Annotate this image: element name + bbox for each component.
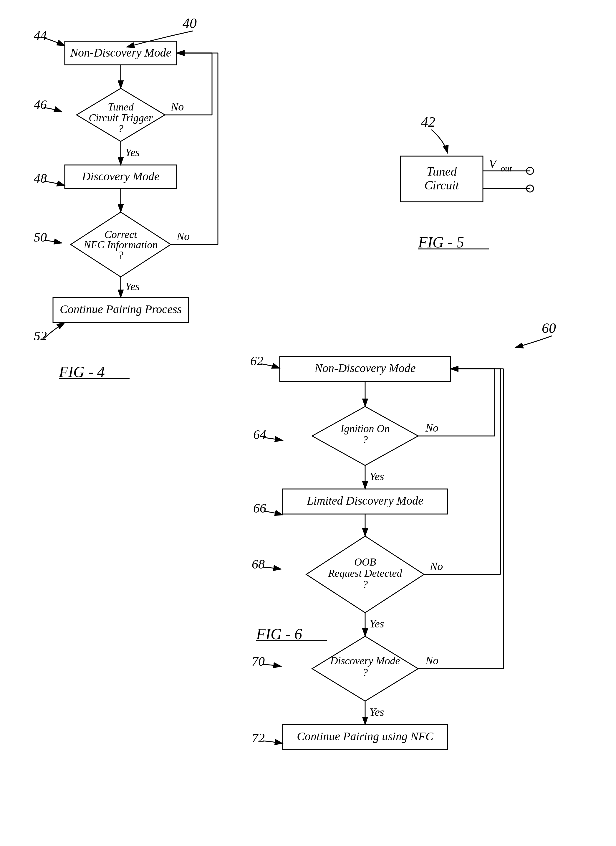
fig6-yes3-label: Yes bbox=[370, 706, 384, 718]
fig4-non-discovery-text: Non-Discovery Mode bbox=[70, 46, 171, 59]
fig6-node72-arrow bbox=[263, 741, 283, 743]
fig4-diamond1-text2: Circuit Trigger bbox=[89, 112, 153, 124]
fig4-node50: 50 bbox=[34, 230, 47, 244]
fig6-no2-label: No bbox=[430, 560, 443, 572]
fig6-node66: 66 bbox=[253, 501, 266, 516]
fig6-diamond1-text2: ? bbox=[362, 434, 368, 446]
fig6-no3-label: No bbox=[425, 654, 439, 667]
fig4-node46: 46 bbox=[34, 97, 47, 112]
diagram-svg: 40 44 Non-Discovery Mode 46 Tuned Circui… bbox=[0, 0, 616, 846]
fig5-vout-subscript: out bbox=[500, 163, 512, 173]
fig6-node62-arrow bbox=[261, 364, 280, 368]
page: 40 44 Non-Discovery Mode 46 Tuned Circui… bbox=[0, 0, 616, 846]
fig4-diamond1-text1: Tuned bbox=[108, 101, 134, 113]
fig5-ref42-arrow bbox=[431, 129, 447, 153]
fig6-diamond3-text2: ? bbox=[362, 667, 368, 679]
fig6-diamond2-text2: Request Detected bbox=[328, 567, 402, 579]
fig4-no2-label: No bbox=[176, 230, 190, 242]
fig6-ref60: 60 bbox=[542, 320, 556, 336]
fig5-vout-label: V bbox=[489, 157, 498, 170]
fig5-tuned-circuit-text1: Tuned bbox=[427, 164, 457, 178]
fig6-diamond2-text3: ? bbox=[362, 579, 368, 590]
fig6-label: FIG - 6 bbox=[256, 626, 302, 642]
fig4-yes1-label: Yes bbox=[125, 146, 139, 159]
fig4-node48: 48 bbox=[34, 171, 47, 186]
fig6-node68: 68 bbox=[252, 557, 265, 571]
fig6-diamond3-text1: Discovery Mode bbox=[330, 655, 400, 667]
fig4-diamond1-text3: ? bbox=[118, 123, 123, 135]
fig6-no1-label: No bbox=[425, 422, 439, 434]
fig4-continue-text: Continue Pairing Process bbox=[60, 303, 182, 316]
fig4-node44: 44 bbox=[34, 28, 47, 43]
fig4-no-label1: No bbox=[170, 100, 184, 113]
fig6-node66-arrow bbox=[264, 511, 283, 515]
fig4-diamond2-text2: NFC Information bbox=[83, 239, 157, 251]
fig6-node70-arrow bbox=[263, 664, 281, 666]
fig6-yes2-label: Yes bbox=[370, 617, 384, 630]
fig4-label: FIG - 4 bbox=[59, 363, 105, 380]
fig6-node68-arrow bbox=[263, 567, 281, 569]
fig6-node62: 62 bbox=[250, 354, 263, 368]
fig6-diamond1-text1: Ignition On bbox=[340, 423, 390, 435]
fig6-yes1-label: Yes bbox=[370, 470, 384, 483]
fig6-node72: 72 bbox=[252, 731, 265, 745]
fig4-diamond2-text1: Correct bbox=[104, 229, 138, 240]
fig6-non-discovery-text: Non-Discovery Mode bbox=[314, 361, 415, 375]
fig4-node52: 52 bbox=[34, 329, 47, 343]
fig6-node64-arrow bbox=[264, 438, 283, 441]
fig6-limited-discovery-text: Limited Discovery Mode bbox=[307, 494, 423, 507]
fig5-ref42: 42 bbox=[421, 114, 435, 129]
fig4-ref40-arrow bbox=[127, 31, 193, 47]
fig6-node70: 70 bbox=[252, 654, 265, 669]
fig5-tuned-circuit-text2: Circuit bbox=[424, 179, 459, 192]
fig4-discovery-text: Discovery Mode bbox=[82, 170, 159, 183]
fig6-node64: 64 bbox=[253, 427, 266, 442]
fig6-diamond2-text1: OOB bbox=[354, 556, 376, 568]
fig6-ref60-arrow bbox=[515, 336, 552, 348]
fig4-yes2-label: Yes bbox=[125, 280, 139, 292]
fig5-label: FIG - 5 bbox=[418, 234, 464, 251]
fig4-diamond2-text3: ? bbox=[118, 249, 123, 261]
fig6-continue-nfc-text: Continue Pairing using NFC bbox=[297, 730, 434, 743]
fig4-ref40: 40 bbox=[183, 15, 197, 31]
